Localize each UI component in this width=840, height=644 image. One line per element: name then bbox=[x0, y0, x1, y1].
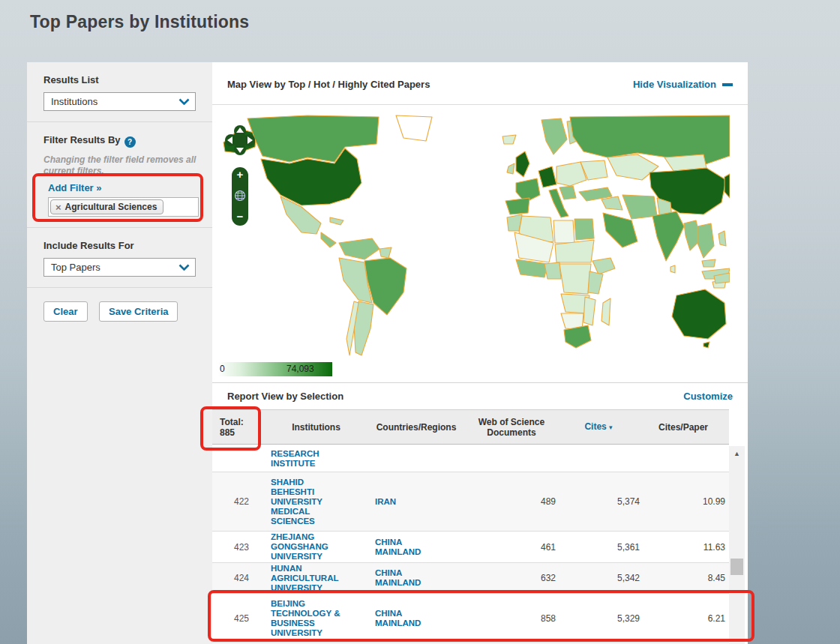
main-panel: Map View by Top / Hot / Highly Cited Pap… bbox=[212, 62, 748, 644]
report-view-title: Report View by Selection bbox=[227, 391, 344, 402]
filter-results-label: Filter Results By? bbox=[44, 134, 197, 148]
country-link[interactable]: CHINA MAINLAND bbox=[366, 568, 466, 588]
country-link[interactable]: IRAN bbox=[366, 497, 466, 507]
help-icon[interactable]: ? bbox=[124, 136, 136, 148]
page-title: Top Papers by Institutions bbox=[30, 12, 249, 32]
cites-per-paper-value: 8.45 bbox=[640, 573, 726, 583]
report-section-header: Report View by Selection Customize bbox=[212, 382, 748, 409]
cites-value: 5,329 bbox=[556, 613, 640, 624]
include-results-label: Include Results For bbox=[44, 240, 197, 251]
collapse-minus-icon bbox=[722, 83, 733, 86]
globe-icon[interactable] bbox=[234, 190, 246, 202]
column-header-wos-documents: Web of Science Documents bbox=[466, 417, 556, 438]
cites-value: 5,342 bbox=[556, 573, 640, 583]
map-pan-control[interactable] bbox=[225, 125, 255, 155]
institution-link[interactable]: BEIJING TECHNOLOGY & BUSINESS UNIVERSITY bbox=[266, 599, 366, 638]
rank-cell: 424 bbox=[212, 573, 266, 583]
results-list-select[interactable]: Institutions bbox=[44, 92, 196, 111]
sort-descending-icon: ▾ bbox=[609, 424, 613, 431]
cites-per-paper-value: 10.99 bbox=[640, 496, 726, 507]
include-results-select[interactable]: Top Papers bbox=[44, 258, 196, 277]
save-criteria-button[interactable]: Save Criteria bbox=[99, 301, 178, 322]
report-table-header: Total: 885 Institutions Countries/Region… bbox=[212, 409, 729, 445]
hide-visualization-link[interactable]: Hide Visualization bbox=[633, 79, 733, 90]
scroll-up-arrow-icon[interactable]: ▲ bbox=[729, 446, 745, 457]
wos-documents-value: 858 bbox=[466, 613, 556, 624]
table-row: 423ZHEJIANG GONGSHANG UNIVERSITYCHINA MA… bbox=[212, 532, 729, 563]
wos-documents-value: 489 bbox=[466, 496, 556, 507]
rank-cell: 425 bbox=[212, 613, 266, 624]
remove-filter-icon[interactable]: × bbox=[56, 202, 62, 213]
rank-cell: 423 bbox=[212, 542, 266, 553]
chevron-down-icon bbox=[178, 264, 190, 271]
country-link[interactable] bbox=[366, 454, 466, 463]
table-row: 425BEIJING TECHNOLOGY & BUSINESS UNIVERS… bbox=[212, 594, 729, 643]
pan-control-icon bbox=[225, 125, 255, 155]
zoom-out-icon[interactable]: − bbox=[237, 211, 244, 222]
sidebar-buttons: Clear Save Criteria bbox=[27, 288, 212, 322]
table-row: 424HUNAN AGRICULTURAL UNIVERSITYCHINA MA… bbox=[212, 563, 729, 594]
chevron-down-icon bbox=[178, 98, 190, 105]
column-header-institutions: Institutions bbox=[266, 422, 366, 433]
country-link[interactable]: CHINA MAINLAND bbox=[366, 538, 466, 557]
institution-link[interactable]: RESEARCH INSTITUTE bbox=[266, 449, 366, 469]
world-map-svg bbox=[218, 114, 730, 361]
cites-per-paper-value: 11.63 bbox=[640, 542, 726, 553]
table-scrollbar[interactable]: ▲ bbox=[729, 446, 745, 644]
filter-results-section: Filter Results By? Changing the filter f… bbox=[27, 122, 212, 228]
wos-documents-value: 461 bbox=[466, 542, 556, 553]
cites-per-paper-value: 6.21 bbox=[640, 613, 726, 624]
map-view-title: Map View by Top / Hot / Highly Cited Pap… bbox=[227, 79, 430, 90]
table-row: RESEARCH INSTITUTE bbox=[212, 445, 729, 472]
institution-link[interactable]: HUNAN AGRICULTURAL UNIVERSITY bbox=[266, 564, 366, 593]
filter-note: Changing the filter field removes all cu… bbox=[44, 154, 201, 177]
filter-tags-box[interactable]: × Agricultural Sciences bbox=[48, 197, 199, 217]
country-link[interactable]: CHINA MAINLAND bbox=[366, 609, 466, 628]
results-list-selected-value: Institutions bbox=[51, 96, 98, 107]
total-count-header: Total: 885 bbox=[212, 417, 266, 438]
filter-tag[interactable]: × Agricultural Sciences bbox=[50, 199, 164, 214]
cites-value: 5,361 bbox=[556, 542, 640, 553]
scrollbar-thumb[interactable] bbox=[730, 559, 743, 575]
map-zoom-control[interactable]: + − bbox=[232, 167, 248, 226]
report-table-body: RESEARCH INSTITUTE422SHAHID BEHESHTI UNI… bbox=[212, 445, 729, 644]
world-choropleth-map[interactable] bbox=[218, 114, 730, 361]
column-header-cites-sort[interactable]: Cites ▾ bbox=[556, 421, 640, 433]
institution-link[interactable]: SHAHID BEHESHTI UNIVERSITY MEDICAL SCIEN… bbox=[266, 478, 366, 526]
filter-tag-label: Agricultural Sciences bbox=[65, 202, 158, 212]
results-list-section: Results List Institutions bbox=[27, 62, 212, 122]
column-header-countries: Countries/Regions bbox=[366, 422, 466, 433]
map-color-legend: 0 74,093 bbox=[218, 362, 332, 376]
rank-cell: 422 bbox=[212, 496, 266, 507]
include-results-section: Include Results For Top Papers bbox=[27, 228, 212, 288]
wos-documents-value: 632 bbox=[466, 573, 556, 583]
institution-link[interactable]: ZHEJIANG GONGSHANG UNIVERSITY bbox=[266, 532, 366, 562]
customize-link[interactable]: Customize bbox=[683, 391, 733, 402]
table-row: 422SHAHID BEHESHTI UNIVERSITY MEDICAL SC… bbox=[212, 472, 729, 532]
add-filter-link[interactable]: Add Filter » bbox=[48, 182, 102, 193]
visualization-header: Map View by Top / Hot / Highly Cited Pap… bbox=[212, 62, 748, 105]
results-list-label: Results List bbox=[44, 74, 197, 85]
filters-sidebar: Results List Institutions Filter Results… bbox=[27, 62, 212, 644]
cites-value: 5,374 bbox=[556, 496, 640, 507]
include-results-selected-value: Top Papers bbox=[51, 262, 100, 273]
legend-max-value: 74,093 bbox=[286, 364, 314, 374]
zoom-in-icon[interactable]: + bbox=[237, 169, 244, 180]
clear-button[interactable]: Clear bbox=[44, 301, 88, 322]
column-header-cites-per-paper: Cites/Paper bbox=[640, 422, 726, 433]
total-count-value: 885 bbox=[220, 427, 266, 438]
legend-min-value: 0 bbox=[220, 364, 225, 374]
